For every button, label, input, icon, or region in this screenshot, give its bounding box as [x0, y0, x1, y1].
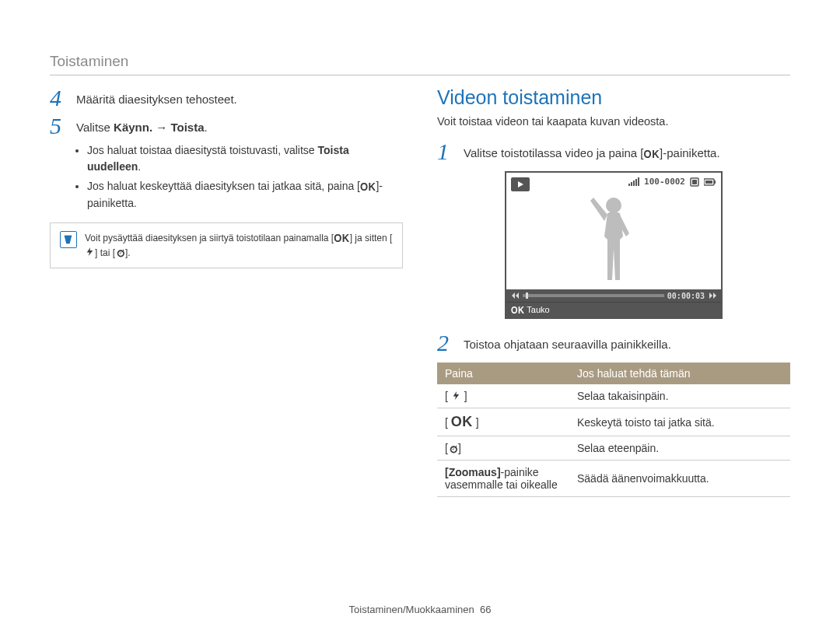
key-cell: []: [437, 436, 569, 461]
sound-level-icon: [628, 177, 639, 186]
preview-caption: OK Tauko: [506, 302, 721, 317]
note-box: Voit pysäyttää diaesityksen ja siirtyä t…: [50, 222, 403, 269]
header-divider: [50, 75, 790, 75]
note-icon: [60, 231, 77, 248]
step-text: Määritä diaesityksen tehosteet.: [76, 86, 403, 110]
controls-table: Paina Jos haluat tehdä tämän [ ]Selaa ta…: [437, 363, 790, 497]
svg-rect-3: [714, 180, 716, 184]
section-heading: Videon toistaminen: [437, 86, 790, 109]
battery-icon: [704, 178, 716, 186]
step-text: Valitse toistotilassa video ja paina [OK…: [464, 140, 790, 163]
key-cell: [ ]: [437, 384, 569, 408]
step-number: 2: [437, 331, 454, 355]
desc-cell: Selaa eteenpäin.: [569, 436, 790, 461]
table-row: [ OK ]Keskeytä toisto tai jatka sitä.: [437, 408, 790, 436]
step-number: 1: [437, 140, 454, 163]
card-icon: [690, 177, 699, 187]
footer-section: Toistaminen/Muokkaaminen: [349, 604, 474, 615]
timer-icon: [448, 443, 458, 454]
ok-icon: OK: [511, 305, 525, 315]
forward-icon: [708, 292, 718, 300]
flash-icon: [451, 391, 461, 401]
bullet-item: Jos haluat keskeyttää diaesityksen tai j…: [87, 178, 403, 212]
note-text: Voit pysäyttää diaesityksen ja siirtyä t…: [85, 231, 393, 261]
video-preview: 100-0002: [505, 171, 723, 319]
elapsed-time: 00:00:03: [667, 292, 705, 300]
caption-text: Tauko: [525, 305, 550, 314]
ok-icon: OK: [360, 179, 376, 195]
svg-point-5: [606, 198, 621, 213]
key-cell: [ OK ]: [437, 408, 569, 436]
desc-cell: Säädä äänenvoimakkuutta.: [569, 461, 790, 497]
page-header: Toistaminen: [50, 53, 790, 70]
step-number: 5: [50, 114, 67, 138]
ok-icon: OK: [451, 414, 473, 429]
bullet-item: Jos haluat toistaa diaesitystä toistuvas…: [87, 142, 403, 175]
page-footer: Toistaminen/Muokkaaminen 66: [0, 604, 840, 615]
flash-icon: [85, 247, 95, 257]
step-text: Valitse Käynn. → Toista.: [76, 114, 403, 138]
frame-counter: 100-0002: [644, 177, 685, 187]
key-cell: [Zoomaus]-painike vasemmalle tai oikeall…: [437, 461, 569, 497]
step-text: Toistoa ohjataan seuraavilla painikkeill…: [464, 331, 790, 355]
timer-icon: [115, 247, 125, 257]
table-header: Paina: [437, 363, 569, 384]
section-subtitle: Voit toistaa videon tai kaapata kuvan vi…: [437, 115, 790, 128]
step-number: 4: [50, 86, 67, 110]
ok-icon: OK: [334, 230, 350, 247]
svg-rect-1: [692, 180, 697, 184]
rewind-icon: [509, 292, 520, 300]
table-row: [ ]Selaa takaisinpäin.: [437, 384, 790, 408]
progress-track: [523, 294, 664, 297]
footer-page: 66: [480, 604, 491, 615]
person-silhouette: [584, 193, 643, 286]
table-row: []Selaa eteenpäin.: [437, 436, 790, 461]
ok-icon: OK: [644, 147, 660, 163]
bullet-list: Jos haluat toistaa diaesitystä toistuvas…: [73, 142, 403, 212]
svg-rect-4: [705, 180, 712, 184]
table-header: Jos haluat tehdä tämän: [569, 363, 790, 384]
table-row: [Zoomaus]-painike vasemmalle tai oikeall…: [437, 461, 790, 497]
desc-cell: Selaa takaisinpäin.: [569, 384, 790, 408]
desc-cell: Keskeytä toisto tai jatka sitä.: [569, 408, 790, 436]
play-mode-badge: [511, 177, 530, 191]
